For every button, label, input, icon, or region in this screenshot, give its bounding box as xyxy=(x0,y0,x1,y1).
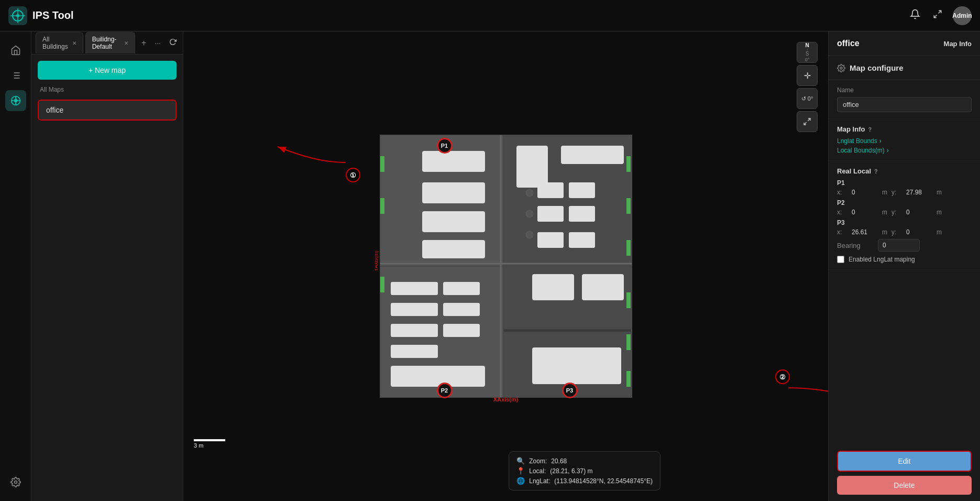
svg-point-4 xyxy=(16,14,19,17)
svg-rect-41 xyxy=(391,282,438,295)
tab-building-default-close[interactable]: ✕ xyxy=(124,40,128,46)
avatar: Admin xyxy=(953,6,972,25)
fit-icon xyxy=(803,117,811,126)
svg-point-17 xyxy=(14,481,17,484)
enabled-lnglat-label: Enabled LngLat maping xyxy=(849,256,915,263)
nav-settings-button[interactable] xyxy=(5,472,26,493)
name-label: Name xyxy=(837,86,972,94)
real-local-help-icon[interactable]: ? xyxy=(874,168,878,175)
map-info-section: Map Info ? Lnglat Bounds › Local Bounds(… xyxy=(829,119,980,161)
annotation-arrow-2 xyxy=(783,367,828,409)
lnglat-icon: 🌐 xyxy=(516,477,525,485)
fullscreen-button[interactable] xyxy=(931,7,944,24)
map-info-title-row: Map Info ? xyxy=(837,125,972,133)
right-map-name-label: office xyxy=(837,39,860,48)
panel-buttons: Edit Delete xyxy=(829,444,980,501)
svg-rect-56 xyxy=(626,156,631,172)
real-local-title-row: Real Local ? xyxy=(837,167,972,175)
delete-button[interactable]: Delete xyxy=(837,476,972,495)
notification-button[interactable] xyxy=(908,7,922,24)
rotate-button[interactable]: ↺ 0° xyxy=(797,88,818,109)
map-list-item-office[interactable]: office xyxy=(38,100,177,121)
tabs-more-button[interactable]: ··· xyxy=(152,35,163,50)
svg-rect-42 xyxy=(391,303,438,316)
bell-icon xyxy=(910,9,920,19)
svg-rect-57 xyxy=(626,198,631,214)
logo: IPS Tool xyxy=(8,6,74,25)
svg-rect-52 xyxy=(391,366,485,387)
lnglat-value: (113.94814528°N, 22.54548745°E) xyxy=(554,477,653,485)
tab-building-default[interactable]: Builidng-Default ✕ xyxy=(85,32,135,53)
svg-rect-64 xyxy=(380,277,384,292)
move-button[interactable]: ✛ xyxy=(797,65,818,86)
bearing-input[interactable] xyxy=(878,239,920,252)
right-panel: office Map Info Map configure Name Map I… xyxy=(828,31,980,501)
p2-section-label: P2 xyxy=(837,199,972,206)
lnglat-bounds-link[interactable]: Lnglat Bounds › xyxy=(837,137,972,145)
enabled-lnglat-row: Enabled LngLat maping xyxy=(837,256,972,263)
lnglat-row: 🌐 LngLat: (113.94814528°N, 22.54548745°E… xyxy=(516,477,653,485)
configure-title: Map configure xyxy=(850,63,904,72)
svg-point-38 xyxy=(525,189,534,197)
tab-building-default-label: Builidng-Default xyxy=(92,36,120,50)
svg-rect-47 xyxy=(443,324,480,337)
home-icon xyxy=(10,45,21,56)
svg-rect-45 xyxy=(443,282,480,295)
real-local-section: Real Local ? P1 x: 0 m y: 27.98 m P2 x: … xyxy=(829,161,980,270)
name-input[interactable] xyxy=(837,97,972,112)
right-panel-map-name-area: office Map Info xyxy=(829,31,980,56)
sidebar: All Buildings ✕ Builidng-Default ✕ + ··· xyxy=(31,31,183,501)
tabs-bar-right: ··· xyxy=(152,35,179,50)
configure-gear-icon xyxy=(837,64,845,72)
fullscreen-icon xyxy=(933,9,942,19)
settings-icon xyxy=(10,477,21,487)
header-right: Admin xyxy=(908,6,972,25)
svg-line-6 xyxy=(934,15,937,18)
svg-rect-46 xyxy=(443,303,480,316)
p3-section-label: P3 xyxy=(837,219,972,226)
svg-rect-37 xyxy=(569,232,595,248)
zoom-label: Zoom: xyxy=(529,458,547,465)
p1-marker: P1 xyxy=(437,138,453,154)
sidebar-content: + New map All Maps office xyxy=(31,55,183,127)
app-title: IPS Tool xyxy=(32,9,74,21)
compass-button[interactable]: N S 0° xyxy=(797,42,818,63)
right-map-info-label: Map Info xyxy=(944,40,972,48)
header: IPS Tool Admin xyxy=(0,0,980,31)
svg-rect-28 xyxy=(422,211,485,232)
list-icon xyxy=(10,70,21,81)
nav-home-button[interactable] xyxy=(5,40,26,61)
edit-button[interactable]: Edit xyxy=(837,451,972,472)
zoom-row: 🔍 Zoom: 20.68 xyxy=(516,457,653,465)
local-label: Local: xyxy=(529,467,546,475)
svg-point-40 xyxy=(525,231,534,239)
real-local-label: Real Local xyxy=(837,167,871,175)
all-maps-label: All Maps xyxy=(38,85,177,94)
tab-all-buildings[interactable]: All Buildings ✕ xyxy=(36,32,83,53)
tab-all-buildings-close[interactable]: ✕ xyxy=(72,40,76,46)
local-bounds-link[interactable]: Local Bounds(m) › xyxy=(837,147,972,154)
icon-nav xyxy=(0,31,31,501)
tab-add-button[interactable]: + xyxy=(137,36,150,50)
local-value: (28.21, 6.37) m xyxy=(550,467,592,475)
tabs-refresh-button[interactable] xyxy=(167,35,179,50)
name-section: Name xyxy=(829,80,980,119)
map-area[interactable]: YAxis(m) P1 P2 P3 XAxis(m) ① xyxy=(183,31,828,501)
annotation-1: ① xyxy=(346,168,360,182)
svg-rect-35 xyxy=(569,206,595,222)
nav-list-button[interactable] xyxy=(5,65,26,86)
svg-rect-60 xyxy=(626,334,631,350)
map-info-section-label: Map Info xyxy=(837,125,865,133)
enabled-lnglat-checkbox[interactable] xyxy=(837,256,844,263)
svg-rect-32 xyxy=(537,182,564,198)
nav-location-button[interactable] xyxy=(5,90,26,111)
floor-plan-svg: YAxis(m) xyxy=(375,130,637,402)
p2-marker: P2 xyxy=(437,383,453,398)
svg-rect-59 xyxy=(626,292,631,308)
new-map-button[interactable]: + New map xyxy=(38,61,177,80)
svg-point-16 xyxy=(14,100,17,102)
map-info-help-icon[interactable]: ? xyxy=(868,126,872,133)
scale-line xyxy=(194,439,225,441)
fit-button[interactable] xyxy=(797,111,818,132)
svg-line-5 xyxy=(939,10,941,13)
